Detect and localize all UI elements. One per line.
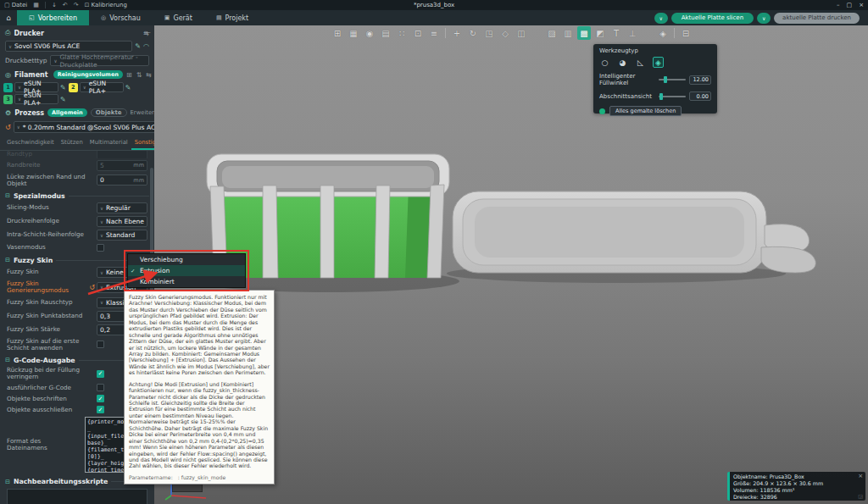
grid-icon[interactable]: ▦ xyxy=(33,2,39,8)
brim-width-input[interactable]: 5 mm xyxy=(97,160,147,171)
printer-select[interactable]: ∨ Sovol SV06 Plus ACE xyxy=(5,41,132,52)
home-icon[interactable]: ⌂ xyxy=(0,14,17,22)
split-view-icon[interactable]: ⊟ xyxy=(679,26,693,40)
flush-volumes-button[interactable]: Reinigungsvolumen xyxy=(53,70,123,79)
dropdown-option-combined[interactable]: Kombiniert xyxy=(128,276,245,287)
exclude-objects-checkbox[interactable]: ✓ xyxy=(97,406,104,413)
assembly-icon[interactable]: ◈ xyxy=(656,26,670,40)
add-plate-icon[interactable]: ▦ xyxy=(347,26,360,40)
add-model-icon[interactable]: ⊞ xyxy=(331,26,344,40)
variable-layer-icon[interactable]: ≡ xyxy=(427,26,441,40)
process-global-tab[interactable]: Allgemein xyxy=(47,108,87,117)
filament-select-2[interactable]: ∨ eSUN PLA+ xyxy=(80,82,124,92)
smart-fill-angle-value[interactable]: 12.00 xyxy=(689,75,711,85)
brim-gap-input[interactable]: 0 mm xyxy=(97,174,147,186)
maximize-button[interactable]: ▢ xyxy=(847,2,853,8)
color-paint-icon[interactable]: ◩ xyxy=(593,26,607,40)
label-objects-checkbox[interactable]: ✓ xyxy=(97,395,104,402)
filament-color-3[interactable]: 3 xyxy=(3,95,13,104)
param-intra-layer-order: Intra-Schicht-Reihenfolge ∨ Standard xyxy=(0,229,154,242)
fill-tool-icon[interactable]: ◺ xyxy=(635,57,646,68)
erase-all-painting-button[interactable]: Alles gemalte löschen xyxy=(609,106,682,116)
edit-filament-icon[interactable]: ✎ xyxy=(60,84,66,91)
tab-others[interactable]: Sonstiges xyxy=(131,137,154,150)
clipping-view-slider[interactable] xyxy=(659,96,686,97)
circle-brush-icon[interactable]: ○ xyxy=(599,57,610,68)
measure-icon[interactable]: ⊥ xyxy=(626,26,639,40)
bed-type-select[interactable]: ∨ Glatte Hochtemperatur -Druckplatte xyxy=(50,55,149,66)
collapse-section-icon[interactable]: ⊟ xyxy=(5,192,10,199)
fuzzy-skin-paint-icon[interactable]: ▩ xyxy=(577,26,591,40)
split-icon[interactable]: ◫ xyxy=(515,26,528,40)
rotate-icon[interactable]: ↻ xyxy=(466,26,480,40)
scale-icon[interactable]: ◳ xyxy=(482,26,496,40)
verbose-gcode-checkbox[interactable] xyxy=(97,384,104,391)
filament-settings-icon[interactable]: ⇆ xyxy=(146,71,152,79)
collapse-section-icon[interactable]: ⊟ xyxy=(5,257,10,263)
process-objects-tab[interactable]: Objekte xyxy=(91,108,127,117)
redo-icon[interactable]: ↷ xyxy=(74,2,79,8)
postprocess-script-input[interactable] xyxy=(7,489,147,504)
file-menu[interactable]: ▢ Datei xyxy=(4,2,27,8)
move-icon[interactable]: + xyxy=(450,26,464,40)
chevron-down-icon: ∨ xyxy=(100,233,103,238)
arrange-all-icon[interactable]: ∷ xyxy=(395,26,409,40)
tab-project-label: Projekt xyxy=(225,14,249,22)
collapse-sidebar-icon[interactable]: ⇤ xyxy=(145,29,151,36)
minimize-button[interactable]: – xyxy=(837,2,840,8)
slider-thumb[interactable] xyxy=(664,76,667,83)
close-icon[interactable]: × xyxy=(858,473,863,480)
tab-device[interactable]: ▣ Gerät xyxy=(153,10,204,25)
intra-layer-select[interactable]: ∨ Standard xyxy=(97,230,147,241)
clipping-view-value[interactable]: 0.00 xyxy=(689,91,711,101)
edit-printer-icon[interactable]: ✎ xyxy=(135,42,141,50)
tab-preview[interactable]: ◎ Vorschau xyxy=(89,10,153,25)
dropdown-option-displacement[interactable]: Verschiebung xyxy=(128,254,245,265)
slice-plate-button[interactable]: Aktuelle Platte slicen xyxy=(671,13,754,24)
support-paint-icon[interactable]: ▨ xyxy=(545,26,559,40)
tab-support[interactable]: Stützen xyxy=(58,137,86,150)
preset-select[interactable]: ∨ * 0.20mm Standard @Sovol SV06 Plus ACE xyxy=(14,121,154,133)
dropdown-option-extrusion[interactable]: ✓ Extrusion xyxy=(128,265,245,276)
wifi-icon[interactable]: ◠ xyxy=(143,42,149,50)
arrange-plate-icon[interactable]: ⊡ xyxy=(411,26,425,40)
reduce-retraction-checkbox[interactable]: ✓ xyxy=(97,370,104,378)
slider-thumb[interactable] xyxy=(659,93,663,100)
save-icon[interactable]: ↓ xyxy=(52,2,57,8)
lay-flat-icon[interactable]: ▤ xyxy=(379,26,392,40)
revert-value-icon[interactable]: ↺ xyxy=(89,284,95,291)
smart-fill-tool-icon[interactable]: ◈ xyxy=(653,57,664,68)
smart-fill-angle-slider[interactable] xyxy=(659,79,686,80)
brim-type-select[interactable] xyxy=(97,151,147,158)
tab-speed[interactable]: Geschwindigkeit xyxy=(3,137,58,150)
close-button[interactable]: × xyxy=(859,2,864,8)
filament-select-3[interactable]: ∨ eSUN PLA+ xyxy=(14,94,58,104)
tab-multimaterial[interactable]: Multimaterial xyxy=(86,137,131,150)
text-tool-icon[interactable]: T xyxy=(609,26,623,40)
vase-mode-checkbox[interactable] xyxy=(97,244,104,252)
add-filament-icon[interactable]: ⊞ xyxy=(126,71,132,79)
print-plate-button[interactable]: aktuelle Platte drucken xyxy=(774,13,860,24)
print-order-select[interactable]: ∨ Nach Ebene xyxy=(97,216,147,227)
undo-icon[interactable]: ↶ xyxy=(63,2,68,8)
print-dropdown-button[interactable]: ∨ xyxy=(757,13,771,24)
slice-dropdown-button[interactable]: ∨ xyxy=(654,13,668,24)
revert-preset-icon[interactable]: ↺ xyxy=(5,124,11,131)
seam-paint-icon[interactable]: ▥ xyxy=(561,26,575,40)
filament-color-1[interactable]: 1 xyxy=(3,83,13,92)
calibration-menu[interactable]: ⊡ Kalibrierung xyxy=(85,2,127,8)
auto-orient-icon[interactable]: ◉ xyxy=(363,26,376,40)
sphere-brush-icon[interactable]: ◕ xyxy=(617,57,628,68)
tab-prepare[interactable]: ◱ Vorbereiten xyxy=(17,10,89,25)
sync-filament-icon[interactable]: ⇅ xyxy=(136,71,142,79)
tab-project[interactable]: ▤ Projekt xyxy=(204,10,260,25)
resize-corner-icon[interactable]: ◲ xyxy=(858,493,863,500)
slicing-mode-select[interactable]: ∨ Regulär xyxy=(97,202,147,213)
edit-filament-icon[interactable]: ✎ xyxy=(60,96,66,103)
collapse-section-icon[interactable]: ⊟ xyxy=(5,357,10,363)
edit-filament-icon[interactable]: ✎ xyxy=(125,84,131,91)
filament-color-2[interactable]: 2 xyxy=(69,83,78,92)
collapse-section-icon[interactable]: ⊟ xyxy=(5,479,10,485)
fuzzy-first-layer-checkbox[interactable] xyxy=(97,341,104,348)
cut-icon[interactable]: ◇ xyxy=(498,26,512,40)
